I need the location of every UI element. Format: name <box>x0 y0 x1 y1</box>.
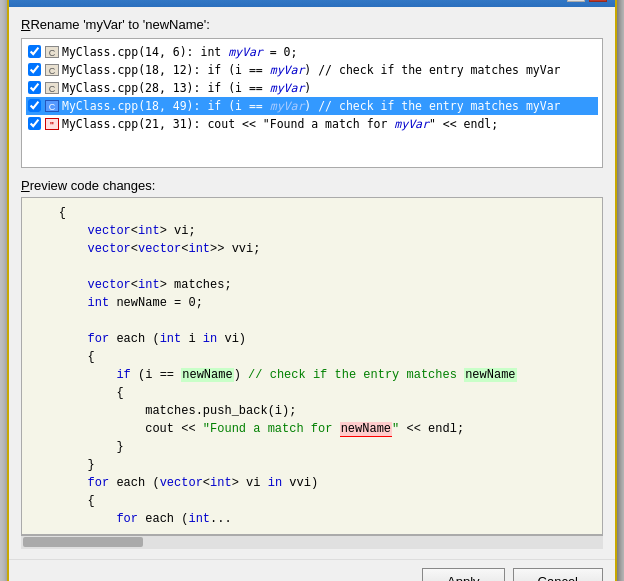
code-line: { <box>30 492 594 510</box>
code-line: matches.push_back(i); <box>30 402 594 420</box>
code-line: for each (vector<int> vi in vvi) <box>30 474 594 492</box>
code-preview-wrapper: { vector<int> vi; vector<vector<int>> vv… <box>21 197 603 549</box>
code-line: { <box>30 384 594 402</box>
code-line: int newName = 0; <box>30 294 594 312</box>
code-line: cout << "Found a match for newName" << e… <box>30 420 594 438</box>
code-line: if (i == newName) // check if the entry … <box>30 366 594 384</box>
change-text-4: MyClass.cpp(18, 49): if (i == myVar) // … <box>62 99 561 113</box>
change-item[interactable]: " MyClass.cpp(21, 31): cout << "Found a … <box>26 115 598 133</box>
change-checkbox-5[interactable] <box>28 117 41 130</box>
horizontal-scrollbar[interactable] <box>21 535 603 549</box>
code-line: { <box>30 204 594 222</box>
change-text-1: MyClass.cpp(14, 6): int myVar = 0; <box>62 45 297 59</box>
file-icon-4: C <box>45 100 59 112</box>
change-item[interactable]: C MyClass.cpp(28, 13): if (i == myVar) <box>26 79 598 97</box>
file-icon-5: " <box>45 118 59 130</box>
change-checkbox-4[interactable] <box>28 99 41 112</box>
code-line: } <box>30 456 594 474</box>
cancel-button[interactable]: Cancel <box>513 568 603 582</box>
file-icon-1: C <box>45 46 59 58</box>
code-line: { <box>30 348 594 366</box>
title-bar-buttons: ? ✕ <box>567 0 607 2</box>
code-line: vector<int> matches; <box>30 276 594 294</box>
change-checkbox-1[interactable] <box>28 45 41 58</box>
close-button[interactable]: ✕ <box>589 0 607 2</box>
code-line: vector<vector<int>> vvi; <box>30 240 594 258</box>
preview-changes-dialog: Preview Changes - Rename ? ✕ RRename 'my… <box>7 0 617 581</box>
dialog-body: RRename 'myVar' to 'newName': C MyClass.… <box>9 7 615 559</box>
changes-list[interactable]: C MyClass.cpp(14, 6): int myVar = 0; C M… <box>21 38 603 168</box>
apply-button[interactable]: Apply <box>422 568 505 582</box>
change-item[interactable]: C MyClass.cpp(14, 6): int myVar = 0; <box>26 43 598 61</box>
change-item-selected[interactable]: C MyClass.cpp(18, 49): if (i == myVar) /… <box>26 97 598 115</box>
file-icon-2: C <box>45 64 59 76</box>
change-checkbox-2[interactable] <box>28 63 41 76</box>
file-icon-3: C <box>45 82 59 94</box>
preview-section-label: Preview code changes: <box>21 178 603 193</box>
code-line: vector<int> vi; <box>30 222 594 240</box>
change-item[interactable]: C MyClass.cpp(18, 12): if (i == myVar) /… <box>26 61 598 79</box>
change-text-3: MyClass.cpp(28, 13): if (i == myVar) <box>62 81 311 95</box>
scrollbar-thumb[interactable] <box>23 537 143 547</box>
code-line <box>30 312 594 330</box>
code-line: } <box>30 438 594 456</box>
rename-label: RRename 'myVar' to 'newName': <box>21 17 603 32</box>
code-line: for each (int i in vi) <box>30 330 594 348</box>
code-preview[interactable]: { vector<int> vi; vector<vector<int>> vv… <box>21 197 603 535</box>
code-line: for each (int... <box>30 510 594 528</box>
dialog-footer: Apply Cancel <box>9 559 615 582</box>
help-button[interactable]: ? <box>567 0 585 2</box>
change-checkbox-3[interactable] <box>28 81 41 94</box>
change-text-2: MyClass.cpp(18, 12): if (i == myVar) // … <box>62 63 561 77</box>
change-text-5: MyClass.cpp(21, 31): cout << "Found a ma… <box>62 117 498 131</box>
code-line <box>30 258 594 276</box>
